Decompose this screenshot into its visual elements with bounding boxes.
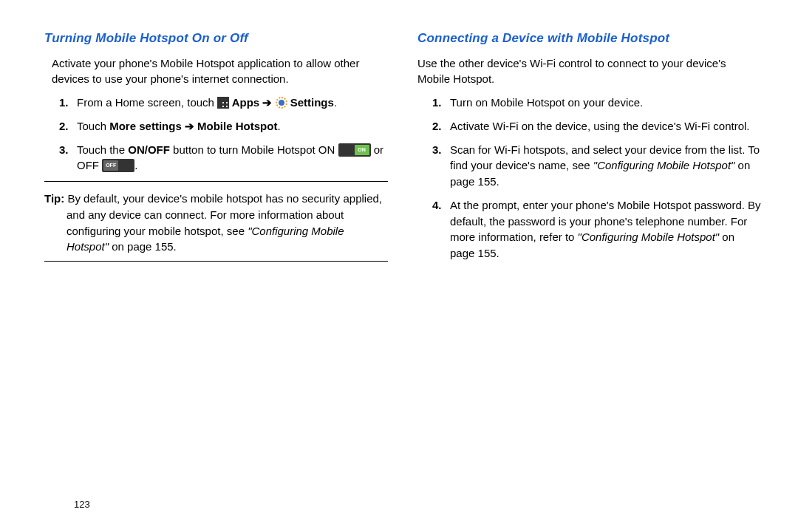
step-3: 3. Scan for Wi-Fi hotspots, and select y…: [432, 142, 761, 190]
step-number: 3.: [59, 142, 77, 174]
tip-label: Tip:: [44, 192, 67, 205]
text: Touch the: [77, 143, 128, 156]
heading-connecting-device: Connecting a Device with Mobile Hotspot: [417, 30, 761, 48]
manual-page: Turning Mobile Hotspot On or Off Activat…: [0, 0, 798, 532]
toggle-on-label: ON: [355, 145, 369, 155]
intro-left: Activate your phone's Mobile Hotspot app…: [52, 55, 388, 88]
step-text: Touch More settings ➔ Mobile Hotspot.: [77, 118, 388, 134]
step-2: 2. Activate Wi-Fi on the device, using t…: [432, 118, 761, 134]
step-number: 4.: [432, 197, 450, 262]
step-text: Turn on Mobile Hotspot on your device.: [450, 95, 761, 111]
toggle-on-icon: ON: [338, 143, 371, 157]
step-number: 2.: [59, 118, 77, 134]
step-text: Scan for Wi-Fi hotspots, and select your…: [450, 142, 761, 190]
settings-label: Settings: [287, 96, 334, 109]
intro-right: Use the other device's Wi-Fi control to …: [417, 55, 761, 88]
divider: [44, 261, 388, 262]
step-text: At the prompt, enter your phone's Mobile…: [450, 197, 761, 262]
step-text: Touch the ON/OFF button to turn Mobile H…: [77, 142, 388, 174]
page-number: 123: [74, 499, 90, 510]
step-text: Activate Wi-Fi on the device, using the …: [450, 118, 761, 134]
right-column: Connecting a Device with Mobile Hotspot …: [417, 30, 761, 525]
tip-page-ref: on page 155.: [109, 240, 177, 253]
text: .: [334, 96, 337, 109]
onoff-label: ON/OFF: [128, 143, 170, 156]
toggle-off-label: OFF: [103, 160, 118, 171]
step-2: 2. Touch More settings ➔ Mobile Hotspot.: [59, 118, 388, 134]
text: From a Home screen, touch: [77, 96, 217, 109]
tip-block: Tip: By default, your device's mobile ho…: [44, 191, 388, 255]
step-text: From a Home screen, touch Apps ➔ Setting…: [77, 95, 388, 111]
left-column: Turning Mobile Hotspot On or Off Activat…: [44, 30, 388, 525]
step-number: 1.: [59, 95, 77, 111]
text: .: [277, 120, 280, 132]
divider: [44, 181, 388, 182]
step-number: 1.: [432, 95, 450, 111]
heading-turning-hotspot: Turning Mobile Hotspot On or Off: [44, 30, 388, 48]
text: .: [134, 159, 137, 171]
step-3: 3. Touch the ON/OFF button to turn Mobil…: [59, 142, 388, 174]
steps-right: 1. Turn on Mobile Hotspot on your device…: [432, 95, 761, 262]
bold-path: More settings ➔ Mobile Hotspot: [109, 120, 277, 132]
arrow-icon: ➔: [262, 96, 272, 109]
toggle-off-icon: OFF: [102, 159, 134, 172]
settings-icon: [276, 97, 287, 109]
step-number: 3.: [432, 142, 450, 190]
step-4: 4. At the prompt, enter your phone's Mob…: [432, 197, 761, 262]
reference: "Configuring Mobile Hotspot": [578, 231, 720, 243]
reference: "Configuring Mobile Hotspot": [593, 159, 735, 171]
text: Touch: [77, 120, 109, 132]
apps-icon: [217, 97, 229, 109]
steps-left: 1. From a Home screen, touch Apps ➔ Sett…: [59, 95, 388, 174]
step-number: 2.: [432, 118, 450, 134]
step-1: 1. Turn on Mobile Hotspot on your device…: [432, 95, 761, 111]
step-1: 1. From a Home screen, touch Apps ➔ Sett…: [59, 95, 388, 111]
apps-label: Apps: [229, 96, 262, 109]
text: button to turn Mobile Hotspot ON: [170, 143, 338, 156]
